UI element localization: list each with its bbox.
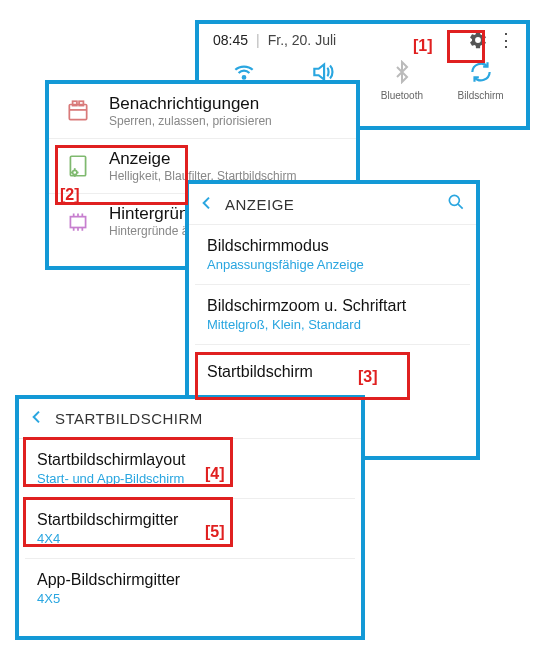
settings-item-notifications[interactable]: Benachrichtigungen Sperren, zulassen, pr…	[49, 84, 356, 139]
back-icon[interactable]	[199, 193, 215, 216]
svg-rect-2	[73, 101, 77, 105]
settings-item-sub: Sperren, zulassen, priorisieren	[109, 114, 272, 128]
toggle-bluetooth[interactable]: Bluetooth	[372, 58, 432, 101]
more-icon[interactable]: ⋮	[496, 30, 516, 50]
homescreen-panel: STARTBILDSCHIRM Startbildschirmlayout St…	[15, 395, 365, 640]
notifications-icon	[63, 96, 93, 126]
toggle-label: Bildschirm	[458, 90, 504, 101]
settings-item-title: Benachrichtigungen	[109, 94, 272, 114]
separator: |	[256, 32, 260, 48]
list-item-sub: Anpassungsfähige Anzeige	[207, 257, 458, 272]
gear-icon[interactable]	[468, 30, 488, 50]
date: Fr., 20. Juli	[268, 32, 336, 48]
svg-point-6	[73, 170, 77, 174]
home-item-app-grid[interactable]: App-Bildschirmgitter 4X5	[19, 559, 361, 618]
list-item-sub: Mittelgroß, Klein, Standard	[207, 317, 458, 332]
list-item-title: Startbildschirmlayout	[37, 451, 343, 469]
annotation-label-3: [3]	[358, 368, 378, 386]
annotation-label-1: [1]	[413, 37, 433, 55]
display-item-zoom-font[interactable]: Bildschirmzoom u. Schriftart Mittelgroß,…	[189, 285, 476, 344]
panel-title: STARTBILDSCHIRM	[55, 410, 351, 427]
list-item-title: Startbildschirm	[207, 363, 458, 381]
svg-point-0	[243, 76, 246, 79]
annotation-label-2: [2]	[60, 186, 80, 204]
svg-point-12	[449, 195, 459, 205]
list-item-title: App-Bildschirmgitter	[37, 571, 343, 589]
annotation-label-5: [5]	[205, 523, 225, 541]
home-item-grid[interactable]: Startbildschirmgitter 4X4	[19, 499, 361, 558]
svg-line-13	[458, 204, 463, 209]
list-item-title: Startbildschirmgitter	[37, 511, 343, 529]
list-item-title: Bildschirmmodus	[207, 237, 458, 255]
list-item-sub: Start- und App-Bildschirm	[37, 471, 343, 486]
search-icon[interactable]	[446, 192, 466, 216]
display-item-mode[interactable]: Bildschirmmodus Anpassungsfähige Anzeige	[189, 225, 476, 284]
rotate-icon	[468, 58, 494, 86]
settings-item-title: Anzeige	[109, 149, 296, 169]
annotation-label-4: [4]	[205, 465, 225, 483]
svg-rect-1	[69, 105, 86, 120]
display-item-homescreen[interactable]: Startbildschirm	[189, 345, 476, 399]
panel-header: ANZEIGE	[189, 184, 476, 225]
display-icon	[63, 151, 93, 181]
bluetooth-icon	[390, 58, 414, 86]
home-item-layout[interactable]: Startbildschirmlayout Start- und App-Bil…	[19, 439, 361, 498]
toggle-label: Bluetooth	[381, 90, 423, 101]
wallpaper-icon	[63, 206, 93, 236]
list-item-title: Bildschirmzoom u. Schriftart	[207, 297, 458, 315]
back-icon[interactable]	[29, 407, 45, 430]
svg-rect-3	[79, 101, 83, 105]
panel-title: ANZEIGE	[225, 196, 446, 213]
list-item-sub: 4X4	[37, 531, 343, 546]
panel-header: STARTBILDSCHIRM	[19, 399, 361, 439]
svg-rect-11	[70, 217, 85, 228]
toggle-rotate[interactable]: Bildschirm	[451, 58, 511, 101]
list-item-sub: 4X5	[37, 591, 343, 606]
clock: 08:45	[213, 32, 248, 48]
status-bar: 08:45 | Fr., 20. Juli ⋮	[199, 24, 526, 52]
